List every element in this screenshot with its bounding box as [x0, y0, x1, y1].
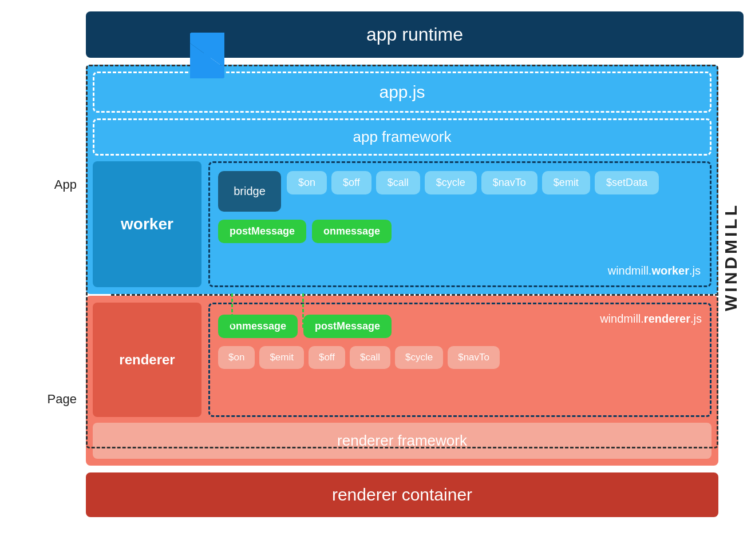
renderer-api-buttons: $on $emit $off $call $cycle $navTo — [218, 346, 702, 369]
windmill-renderer-label: windmill.renderer.js — [600, 312, 702, 325]
app-runtime-bar: app runtime — [86, 11, 744, 58]
renderer-row: renderer windmill.renderer.js onmessage — [93, 303, 711, 417]
worker-api-btn-emit: $emit — [542, 171, 590, 194]
app-js-bar: app.js — [93, 72, 711, 113]
worker-api-btn-off: $off — [331, 171, 371, 194]
renderer-api-btn-navto: $navTo — [448, 346, 500, 369]
windmill-vertical-label-container: WINDMILL — [718, 65, 744, 448]
renderer-post-message: postMessage — [303, 315, 392, 338]
bidirectional-arrow — [190, 33, 224, 81]
page-section: renderer windmill.renderer.js onmessage — [86, 296, 718, 466]
diagram-wrapper: app runtime App Page WINDMILL — [0, 0, 755, 560]
bridge-box: bridge — [218, 171, 281, 212]
app-section: app.js — [86, 65, 718, 294]
renderer-api-btn-call: $call — [350, 346, 390, 369]
app-runtime-label: app runtime — [366, 24, 463, 45]
app-js-section: app.js — [93, 72, 711, 113]
green-arrow-right — [302, 293, 304, 328]
renderer-on-message: onmessage — [218, 315, 298, 338]
renderer-api-btn-on: $on — [218, 346, 255, 369]
worker-api-btn-setdata: $setData — [595, 171, 659, 194]
left-labels: App Page — [11, 65, 86, 517]
renderer-api-btn-cycle: $cycle — [395, 346, 443, 369]
renderer-container-bar: renderer container — [86, 472, 718, 517]
renderer-api-btn-off: $off — [309, 346, 345, 369]
worker-post-message: postMessage — [218, 220, 306, 243]
worker-api-btn-call: $call — [376, 171, 420, 194]
app-label: App — [11, 65, 86, 305]
windmill-vertical-label: WINDMILL — [721, 202, 741, 311]
windmill-worker-box: bridge $on $off $call $cycle $navTo $emi… — [208, 161, 711, 287]
worker-on-message: onmessage — [312, 220, 392, 243]
bridge-api-row: bridge $on $off $call $cycle $navTo $emi… — [218, 171, 702, 212]
app-framework-bar: app framework — [93, 118, 711, 156]
windmill-worker-label: windmill.worker.js — [608, 264, 701, 277]
worker-api-btn-cycle: $cycle — [425, 171, 477, 194]
renderer-framework-bar: renderer framework — [93, 423, 711, 459]
worker-box: worker — [93, 161, 201, 287]
worker-api-btn-on: $on — [287, 171, 327, 194]
green-arrow-left — [231, 293, 233, 328]
worker-api-btn-navto: $navTo — [481, 171, 537, 194]
worker-msg-row: postMessage onmessage — [218, 220, 702, 243]
windmill-renderer-box: windmill.renderer.js onmessage postMessa… — [208, 303, 711, 417]
renderer-box: renderer — [93, 303, 201, 417]
worker-row: worker bridge $on $off $call — [93, 161, 711, 287]
right-content: WINDMILL app.js — [86, 65, 744, 517]
renderer-api-btn-emit: $emit — [259, 346, 304, 369]
worker-api-buttons: $on $off $call $cycle $navTo $emit $setD… — [287, 171, 659, 194]
page-label: Page — [11, 305, 86, 494]
